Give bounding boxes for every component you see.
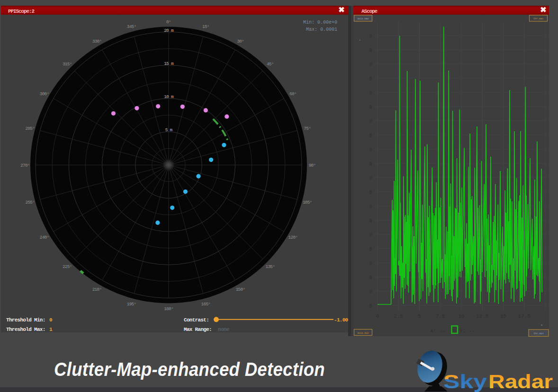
svg-text:10 m: 10 m (164, 94, 174, 99)
svg-text:60°: 60° (289, 91, 297, 97)
svg-text:*: * (540, 324, 543, 329)
svg-text:*: * (359, 39, 361, 44)
svg-text:Radar: Radar (488, 371, 553, 392)
svg-text:0: 0 (369, 48, 372, 53)
svg-text:285°: 285° (25, 126, 35, 131)
svg-text:Max Range:: Max Range: (184, 327, 212, 332)
svg-text:0: 0 (369, 119, 372, 124)
svg-text:45°: 45° (267, 62, 274, 67)
svg-text:15°: 15° (202, 24, 209, 29)
svg-text:180°: 180° (164, 306, 173, 312)
svg-text:10: 10 (458, 313, 464, 319)
svg-text:0: 0 (49, 317, 52, 323)
svg-text:Threshold Min:: Threshold Min: (6, 317, 45, 323)
svg-text:Contrast:: Contrast: (184, 317, 209, 323)
svg-text:0: 0 (369, 190, 372, 195)
svg-text:2.5: 2.5 (394, 313, 403, 319)
svg-text:X: --: X: -- (430, 328, 446, 334)
svg-text:210°: 210° (92, 287, 102, 292)
svg-text:Clutter-Map-enhanced Detection: Clutter-Map-enhanced Detection (54, 359, 325, 380)
svg-text:150°: 150° (236, 287, 245, 292)
svg-text:0: 0 (369, 303, 372, 309)
svg-text:0: 0 (369, 218, 372, 223)
svg-text:345°: 345° (127, 24, 136, 29)
svg-text:195°: 195° (127, 302, 136, 307)
svg-text:✖: ✖ (540, 6, 546, 14)
svg-text:330°: 330° (92, 39, 102, 44)
svg-text:12.5: 12.5 (476, 313, 488, 319)
svg-text:165°: 165° (201, 302, 211, 307)
svg-text:Threshold Max:: Threshold Max: (6, 327, 45, 332)
svg-text:120°: 120° (288, 235, 298, 240)
svg-text:15: 15 (500, 313, 506, 319)
svg-text:0: 0 (369, 247, 372, 252)
svg-text:75°: 75° (304, 126, 311, 131)
svg-text:0: 0 (369, 289, 372, 294)
svg-text:20 m: 20 m (164, 28, 174, 33)
svg-text:PPIScope:2: PPIScope:2 (8, 9, 35, 14)
svg-text:✖: ✖ (338, 6, 344, 14)
svg-text:0: 0 (369, 204, 372, 209)
svg-text:thr.min: thr.min (533, 332, 543, 335)
svg-text:none: none (218, 327, 230, 332)
svg-text:225°: 225° (63, 264, 72, 269)
svg-text:0°: 0° (166, 19, 171, 25)
svg-text:axis.max: axis.max (357, 17, 369, 20)
svg-text:0: 0 (369, 34, 372, 39)
svg-text:0: 0 (369, 76, 372, 81)
svg-text:0: 0 (376, 313, 379, 319)
svg-text:0: 0 (369, 176, 372, 181)
svg-text:5 m: 5 m (165, 127, 173, 133)
svg-text:0: 0 (369, 161, 372, 167)
svg-text:AScope: AScope (361, 9, 378, 14)
svg-text:315°: 315° (63, 62, 72, 67)
svg-text:105°: 105° (303, 200, 312, 205)
svg-text:270°: 270° (20, 163, 30, 168)
svg-text:0: 0 (369, 133, 372, 138)
svg-text:135°: 135° (265, 264, 275, 269)
svg-text:0: 0 (369, 232, 372, 238)
svg-text:5: 5 (418, 313, 421, 319)
svg-text:0: 0 (369, 261, 372, 266)
svg-text:Max: 0.0001: Max: 0.0001 (306, 27, 337, 32)
svg-text:0: 0 (369, 147, 372, 152)
svg-text:0: 0 (369, 105, 372, 110)
svg-text:17.5: 17.5 (518, 313, 531, 319)
svg-text:240°: 240° (40, 235, 49, 240)
svg-text:thr.max: thr.max (533, 17, 544, 20)
svg-text:Min: 0.00e+0: Min: 0.00e+0 (303, 20, 337, 25)
svg-text:0: 0 (369, 62, 372, 67)
svg-text:7.5: 7.5 (436, 313, 445, 319)
svg-text:300°: 300° (40, 91, 49, 97)
svg-text:255°: 255° (25, 200, 35, 205)
svg-text:0: 0 (369, 90, 372, 96)
svg-text:-1.00: -1.00 (334, 317, 348, 323)
svg-text:axis.min: axis.min (357, 331, 369, 335)
svg-text:0: 0 (369, 275, 372, 280)
svg-text:90°: 90° (309, 163, 316, 168)
svg-text:Y: --: Y: -- (459, 328, 475, 334)
svg-text:30°: 30° (237, 39, 244, 44)
svg-text:15 m: 15 m (164, 61, 174, 66)
